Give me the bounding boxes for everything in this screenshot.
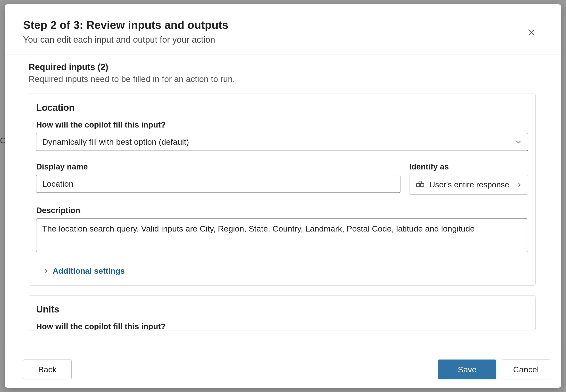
display-name-label: Display name [36, 162, 401, 171]
chevron-right-icon [43, 268, 49, 274]
input-card-units: Units How will the copilot fill this inp… [29, 295, 536, 330]
required-inputs-heading: Required inputs (2) [29, 62, 550, 72]
close-icon [526, 28, 536, 37]
dialog-title: Step 2 of 3: Review inputs and outputs [23, 18, 524, 32]
additional-settings-toggle[interactable]: Additional settings [43, 266, 125, 276]
save-button[interactable]: Save [438, 360, 496, 379]
dialog-footer: Back Save Cancel [5, 351, 561, 388]
description-label: Description [36, 206, 528, 215]
input-card-location: Location How will the copilot fill this … [29, 94, 536, 286]
chevron-right-icon [516, 182, 522, 188]
description-input[interactable] [36, 218, 528, 252]
identify-as-label: Identify as [409, 162, 528, 171]
fill-method-select[interactable]: Dynamically fill with best option (defau… [36, 133, 528, 151]
chevron-down-icon [515, 138, 522, 145]
required-inputs-subheading: Required inputs need to be filled in for… [29, 74, 550, 84]
svg-rect-0 [417, 183, 420, 187]
svg-rect-1 [421, 183, 424, 187]
wizard-dialog: Step 2 of 3: Review inputs and outputs Y… [5, 4, 561, 388]
header-text: Step 2 of 3: Review inputs and outputs Y… [23, 18, 524, 45]
additional-settings-label: Additional settings [53, 266, 125, 276]
identify-as-button[interactable]: User's entire response [409, 175, 528, 195]
dialog-subtitle: You can edit each input and output for y… [23, 35, 524, 45]
identify-as-value: User's entire response [429, 180, 512, 189]
fill-method-label: How will the copilot fill this input? [36, 120, 528, 129]
dialog-body: Required inputs (2) Required inputs need… [5, 55, 561, 351]
back-button[interactable]: Back [23, 360, 72, 379]
entity-icon [415, 180, 425, 190]
cancel-button[interactable]: Cancel [502, 360, 550, 379]
display-name-input[interactable] [36, 175, 401, 193]
dialog-header: Step 2 of 3: Review inputs and outputs Y… [5, 4, 561, 55]
close-button[interactable] [524, 26, 538, 40]
fill-method-label: How will the copilot fill this input? [36, 322, 528, 330]
input-card-title: Location [36, 103, 528, 113]
input-card-title: Units [36, 304, 528, 315]
fill-method-value: Dynamically fill with best option (defau… [42, 137, 189, 147]
